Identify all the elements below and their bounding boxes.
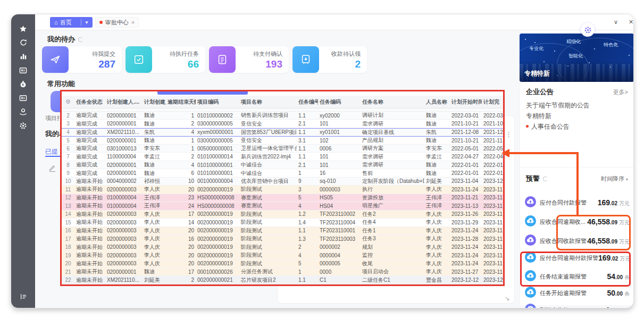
tab-submitted[interactable]: 已提: [45, 147, 60, 156]
creator-link[interactable]: 0200000001: [105, 138, 143, 144]
table-row[interactable]: 16逾期未开始0200000003李人庆20002000000019阶段测试1.…: [62, 227, 503, 235]
column-header[interactable]: 逾期结束天数: [166, 98, 196, 106]
announcement-item[interactable]: 专精特新: [526, 112, 551, 121]
toolbar-button-partial[interactable]: [157, 91, 248, 95]
creator-link[interactable]: XM2021110...: [105, 129, 143, 135]
chevron-down-icon[interactable]: ▼: [85, 20, 89, 25]
creator-link[interactable]: 0200000003: [105, 220, 143, 225]
settings-gear-icon[interactable]: [581, 23, 595, 37]
announcement-item[interactable]: 关于端午节假期的公告: [526, 101, 590, 110]
column-header[interactable]: 计划完: [482, 98, 503, 106]
alert-item[interactable]: 任务结束逾期报警54.00条: [525, 270, 630, 283]
sidebar-star-icon[interactable]: [11, 23, 35, 35]
table-row[interactable]: 13逾期未开始0100000004王伟泽24HS0000000008赛意测试4H…: [62, 202, 503, 210]
tab-home[interactable]: ⌂ 首页 ▼: [50, 17, 93, 28]
table-row[interactable]: 12逾期未开始0100000004王伟泽23HS0000000008赛意测试5H…: [62, 194, 503, 202]
table-row[interactable]: 5逾期完成0200000001魏迪1030000000005亚信安全3.1102…: [62, 136, 503, 144]
column-header[interactable]: 项目编码: [196, 98, 239, 106]
column-header[interactable]: 任务名称: [361, 98, 424, 106]
creator-link[interactable]: 0200000003: [105, 228, 143, 233]
table-row[interactable]: 11逾期未开始0200000003李人庆20002000000019阶段测试30…: [62, 186, 503, 194]
table-cell: 逾期完成: [74, 137, 105, 144]
table-row[interactable]: 3逾期完成0200000001魏迪2030000000005亚信安全2.1101…: [62, 120, 503, 128]
creator-link[interactable]: 0200000003: [105, 211, 143, 217]
creator-link[interactable]: 0301000013: [105, 146, 143, 152]
column-header[interactable]: 任务全状态: [74, 98, 105, 106]
refresh-icon[interactable]: [78, 37, 83, 42]
column-header[interactable]: 任务编码: [318, 98, 361, 106]
creator-link[interactable]: 0004000002: [105, 178, 143, 184]
creator-link[interactable]: 0200000003: [105, 253, 143, 258]
sidebar-collapse-icon[interactable]: [11, 291, 35, 303]
todo-card-1[interactable]: 待我提交287: [42, 46, 122, 73]
announcement-item[interactable]: 人事任命公告: [526, 122, 570, 131]
column-header[interactable]: 项目名称: [239, 98, 297, 106]
alert-item[interactable]: 应收合同逾期收...46,558.09万元: [525, 215, 630, 229]
creator-link[interactable]: 0200000001: [105, 113, 143, 119]
sidebar-card-yen-icon[interactable]: ¥=: [11, 64, 35, 76]
alert-item[interactable]: 到期应收款1.30万元: [525, 303, 630, 308]
creator-link[interactable]: 0100000004: [105, 195, 143, 200]
table-cell: 101: [318, 162, 361, 168]
table-cell: 李人庆: [424, 251, 450, 259]
creator-link[interactable]: 0200000003: [105, 236, 143, 242]
creator-link[interactable]: 1100000004: [105, 154, 143, 160]
close-tab-icon[interactable]: ×: [131, 19, 135, 26]
table-cell: 5: [297, 261, 318, 266]
table-row[interactable]: 14逾期未开始0200000003李人庆17002000000019阶段测试1.…: [62, 211, 503, 219]
table-row[interactable]: 22逾期未开始XM2021110...刘延美2002000000021芯片研发项…: [62, 276, 503, 284]
column-header[interactable]: 计划开始时间: [450, 98, 482, 106]
table-row[interactable]: 19逾期未开始0200000003李人庆20002000000019阶段测试40…: [62, 251, 503, 259]
alert-item[interactable]: 应收合同收款报警46,558.09万元: [525, 234, 630, 248]
sidebar-money-bag-icon[interactable]: ¥: [11, 78, 35, 90]
creator-link[interactable]: 0200000001: [105, 121, 143, 127]
sidebar-card-yen-2-icon[interactable]: ¥=: [11, 92, 35, 104]
todo-card-4[interactable]: 收款待认领2: [292, 46, 367, 73]
table-row[interactable]: 2逾期完成0200000001魏迪1010100000002销售新兵训练营项目1…: [62, 112, 503, 120]
creator-link[interactable]: 0200000003: [105, 261, 143, 266]
column-header[interactable]: 计划创建人....: [143, 98, 166, 106]
alerts-sort-control[interactable]: 时间降序 ▾: [601, 175, 628, 183]
sidebar-bar-chart-icon[interactable]: [11, 51, 35, 62]
minimize-chevron-icon[interactable]: ∨: [614, 19, 618, 26]
todo-card-2[interactable]: 待执行任务66: [126, 46, 205, 73]
cloud-up-icon: [525, 196, 536, 209]
resize-handle-icon[interactable]: ↘: [505, 295, 509, 302]
table-row[interactable]: 21逾期未开始0200000001魏迪17000100000026分派任务测试1…: [62, 268, 503, 276]
creator-link[interactable]: 0200000001: [105, 170, 143, 176]
creator-link[interactable]: 0200000001: [105, 269, 143, 275]
creator-link[interactable]: 0200000003: [105, 244, 143, 250]
table-row[interactable]: 17逾期未开始0200000003李人庆16002000000019阶段测试1.…: [62, 235, 503, 243]
creator-link[interactable]: 0200000003: [105, 187, 143, 192]
table-row[interactable]: 10逾期未开始0004000002祁祥恒10001000000004优衣库营销中…: [62, 178, 503, 186]
table-row[interactable]: 6逾期完成0301000013李安东1005000000001卫星运维一体化管理…: [62, 145, 503, 153]
announcements-more-link[interactable]: 更多>: [613, 88, 628, 96]
alert-item[interactable]: 应付合同逾期付款报警169.02万元: [525, 251, 630, 265]
sidebar-hand-coin-icon[interactable]: [11, 106, 35, 118]
column-settings-gear-icon[interactable]: [62, 99, 74, 105]
alert-item[interactable]: 应付合同付款报警169.02万元: [525, 196, 630, 209]
column-header[interactable]: 任务编号: [297, 98, 318, 106]
announcement-banner[interactable]: 专业化精细化智能化特色化 专精特新: [520, 33, 634, 82]
column-header[interactable]: 人员名称: [424, 98, 450, 106]
tab-approval-center[interactable]: 审批中心 ×: [95, 17, 139, 28]
table-row[interactable]: 18逾期未开始0200000003李人庆20002000000019阶段测试20…: [62, 244, 503, 251]
table-row[interactable]: 9逾期完成0200000001魏迪6010100000001中诚佳合116售前魏…: [62, 169, 503, 177]
more-menu-icon[interactable]: ⋮: [505, 130, 512, 138]
sidebar-sync-icon[interactable]: [11, 37, 35, 48]
table-cell: 2022-05-01: [450, 146, 482, 152]
sidebar-gear-icon[interactable]: [11, 120, 35, 131]
table-row[interactable]: 8逾期完成0200000001魏迪4010100000001中诚佳合2.1101…: [62, 161, 503, 169]
table-row[interactable]: 20逾期未开始0200000003李人庆20002000000019阶段测试50…: [62, 259, 503, 267]
table-row[interactable]: 15逾期未开始0200000003李人庆14002000000019阶段测试1.…: [62, 219, 503, 227]
alert-item[interactable]: 任务开始逾期报警50.00条: [525, 286, 630, 300]
creator-link[interactable]: 0100000004: [105, 203, 143, 209]
table-row[interactable]: 7逾期完成1100000004李孟江2010100000014新兵训练营2022…: [62, 153, 503, 161]
todo-card-3[interactable]: 待支付确认193: [209, 46, 289, 73]
creator-link[interactable]: XM2021110...: [105, 277, 143, 283]
table-row[interactable]: 4逾期完成XM2021110...朱凯4xyxm00000001国营第853厂U…: [62, 128, 503, 136]
column-header[interactable]: 计划创建人....: [105, 98, 143, 106]
creator-link[interactable]: 0200000001: [105, 162, 143, 168]
refresh-icon[interactable]: [543, 177, 548, 181]
close-icon[interactable]: ✕: [629, 19, 633, 26]
